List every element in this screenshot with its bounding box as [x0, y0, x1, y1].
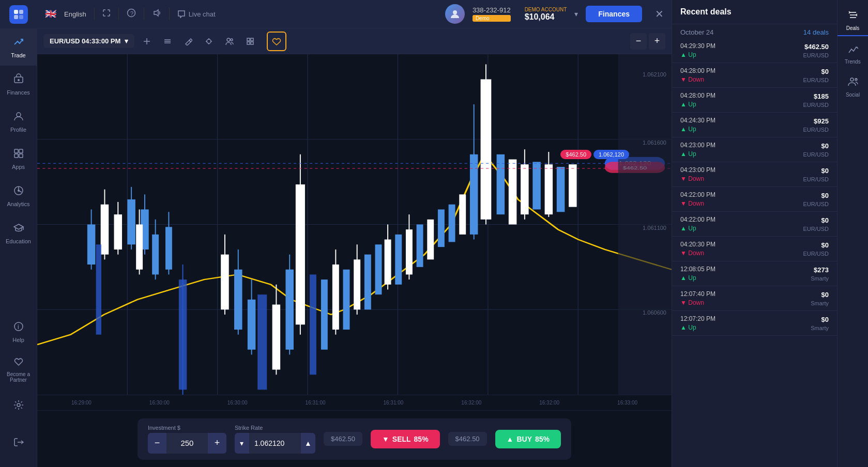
close-button[interactable]: ✕ — [655, 8, 664, 20]
finances-button[interactable]: Finances — [586, 6, 642, 22]
deal-left: 04:23:00 PM ▼ Down — [680, 166, 715, 182]
sidebar-item-analytics[interactable]: Analytics — [0, 177, 37, 214]
sidebar-item-profile[interactable]: Profile — [0, 103, 37, 140]
svg-rect-35 — [251, 38, 253, 41]
deal-left: 12:07:20 PM ▲ Up — [680, 315, 715, 331]
sidebar-item-settings[interactable] — [0, 387, 37, 425]
chart-canvas-wrapper: 1.062,120 $462.50 1.062100 1.061600 1.06… — [37, 54, 672, 395]
deal-time: 12:07:20 PM — [680, 315, 715, 322]
social-tab-label: Social — [846, 92, 860, 98]
zoom-controls: − + — [630, 33, 665, 50]
far-right-item-trends[interactable]: Trends — [837, 38, 869, 69]
deal-amount: $925 — [814, 117, 829, 125]
sidebar-item-label-education: Education — [6, 238, 31, 244]
svg-rect-94 — [427, 220, 434, 260]
deal-time: 04:20:30 PM — [680, 241, 715, 248]
svg-rect-1 — [19, 10, 23, 14]
deal-item: 04:23:00 PM ▼ Down $0 EUR/USD — [672, 162, 837, 187]
deal-direction: ▲ Up — [680, 324, 715, 331]
language-selector[interactable]: English — [64, 10, 86, 18]
tool-pencil[interactable] — [180, 33, 196, 50]
tool-horizontal[interactable] — [159, 33, 176, 50]
deals-icon — [847, 9, 859, 23]
sidebar-item-label-trade: Trade — [11, 52, 25, 58]
app-logo-icon[interactable] — [9, 5, 28, 24]
trends-tab-label: Trends — [845, 59, 861, 65]
tool-grid[interactable] — [242, 33, 258, 50]
sidebar-item-help[interactable]: i Help — [0, 313, 37, 350]
fullscreen-icon[interactable] — [102, 9, 111, 19]
svg-rect-72 — [257, 294, 267, 390]
top-header: 🇬🇧 English ? Live chat — [37, 0, 672, 28]
svg-rect-7 — [14, 149, 18, 153]
deal-right: $0 Smarty — [811, 316, 829, 331]
deal-time: 04:28:00 PM — [680, 67, 715, 74]
far-right-item-social[interactable]: Social — [837, 71, 869, 102]
live-chat-label: Live chat — [189, 10, 216, 18]
deal-item: 12:07:20 PM ▲ Up $0 Smarty — [672, 311, 837, 336]
buy-price-display: $462.50 — [448, 432, 487, 446]
chart-pair-selector[interactable]: EUR/USD 04:33:00 PM ▾ — [43, 34, 134, 48]
investment-plus-button[interactable]: + — [208, 433, 226, 454]
deal-pair: Smarty — [811, 325, 829, 331]
tool-users[interactable] — [221, 33, 238, 50]
sidebar-item-label-help: Help — [12, 337, 24, 343]
deal-left: 12:08:05 PM ▲ Up — [680, 266, 715, 282]
sidebar-item-finances[interactable]: Finances — [0, 66, 37, 103]
sidebar-item-trade[interactable]: Trade — [0, 28, 37, 66]
strike-rate-dropdown-button[interactable]: ▾ — [235, 433, 249, 454]
sidebar-item-logout[interactable] — [0, 425, 37, 462]
tool-line[interactable] — [139, 33, 155, 50]
buy-button[interactable]: ▲ BUY 85% — [495, 430, 561, 448]
account-id: 338-232-912 — [473, 6, 511, 14]
svg-rect-106 — [532, 162, 540, 209]
deal-pair: EUR/USD — [803, 52, 829, 58]
account-balance: $10,064 — [525, 12, 567, 22]
deal-item: 04:28:00 PM ▼ Down $0 EUR/USD — [672, 63, 837, 88]
user-avatar[interactable] — [445, 4, 465, 24]
current-price-badge: 1.062,120 — [593, 150, 629, 159]
deal-left: 04:22:00 PM ▲ Up — [680, 216, 715, 232]
deal-pair: EUR/USD — [803, 127, 829, 133]
time-label-7: 16:32:00 — [510, 400, 588, 406]
deals-count[interactable]: 14 deals — [803, 28, 829, 36]
deal-item: 04:22:00 PM ▲ Up $0 EUR/USD — [672, 212, 837, 237]
deal-amount: $0 — [821, 216, 829, 224]
deal-right: $0 EUR/USD — [803, 216, 829, 232]
live-chat-btn[interactable]: Live chat — [177, 10, 216, 18]
far-right-item-deals[interactable]: Deals — [837, 5, 869, 36]
finances-icon — [13, 73, 24, 87]
sidebar-item-apps[interactable]: Apps — [0, 140, 37, 177]
deal-right: $0 EUR/USD — [803, 192, 829, 207]
sound-icon[interactable] — [152, 8, 161, 20]
account-type-label: DEMO ACCOUNT — [525, 7, 567, 12]
sell-button[interactable]: ▼ SELL 85% — [371, 430, 440, 448]
strike-rate-up-button[interactable]: ▲ — [301, 433, 315, 454]
deal-amount: $0 — [821, 316, 829, 323]
investment-minus-button[interactable]: − — [148, 433, 166, 454]
sidebar-item-partner[interactable]: Become a Partner — [0, 350, 37, 387]
zoom-in-button[interactable]: + — [649, 33, 665, 50]
deal-pair: EUR/USD — [803, 102, 829, 108]
favorite-button[interactable] — [267, 32, 286, 51]
chart-svg: 1.062,120 $462.50 — [37, 54, 672, 395]
svg-point-27 — [207, 39, 211, 43]
svg-rect-86 — [364, 255, 371, 310]
svg-point-33 — [231, 39, 233, 41]
deal-direction: ▼ Down — [680, 175, 715, 182]
deal-direction: ▲ Up — [680, 150, 715, 158]
deal-left: 04:22:00 PM ▼ Down — [680, 191, 715, 207]
strike-rate-input[interactable] — [249, 433, 301, 454]
chart-canvas[interactable]: 1.062,120 $462.50 1.062100 1.061600 1.06… — [37, 54, 672, 395]
buy-arrow-icon: ▲ — [507, 435, 514, 443]
time-label-1: 16:29:00 — [42, 400, 120, 406]
sidebar-item-education[interactable]: Education — [0, 214, 37, 252]
question-icon[interactable]: ? — [127, 8, 136, 20]
deal-right: $0 EUR/USD — [803, 68, 829, 83]
tool-crosshair[interactable] — [201, 33, 217, 50]
svg-point-122 — [850, 78, 854, 81]
zoom-out-button[interactable]: − — [630, 33, 647, 50]
investment-input[interactable] — [166, 433, 208, 454]
account-dropdown-chevron[interactable]: ▾ — [574, 10, 578, 18]
header-separator-1 — [94, 8, 95, 20]
